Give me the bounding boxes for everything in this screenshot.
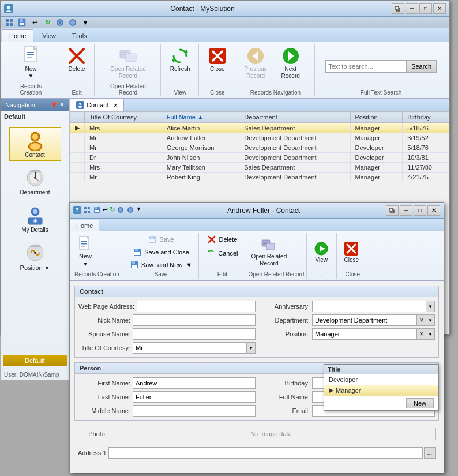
qat-forward-icon[interactable] [67,18,78,27]
sub-minimize-btn[interactable]: ─ [400,205,412,216]
col-fullname[interactable]: Full Name ▲ [162,112,239,123]
sub-ribbon-tab-home[interactable]: Home [70,220,99,231]
nick-name-input[interactable] [133,314,256,326]
web-page-row: Web Page Address: [78,301,256,312]
lastname-input[interactable] [133,391,256,403]
qat-icon1[interactable] [4,18,14,27]
anniversary-dropdown-btn[interactable]: ▼ [426,301,435,312]
svg-rect-25 [121,54,126,55]
col-position[interactable]: Position [350,112,403,123]
qat-refresh-icon[interactable]: ↻ [42,18,52,27]
close-button[interactable]: Close [205,44,230,75]
table-row[interactable]: ▶ Mrs Alice Martin Sales Department Mana… [70,123,449,133]
dropdown-item-manager[interactable]: ▶ Manager [324,385,438,396]
search-button[interactable]: Search [406,60,437,73]
nav-item-position[interactable]: Position ▼ [9,239,61,274]
sub-save-close-button[interactable]: Save and Close [129,246,193,258]
search-input[interactable] [325,60,406,73]
sub-delete-button[interactable]: Delete [203,233,241,246]
open-related-button[interactable]: Open RelatedRecord [107,44,149,82]
nav-item-contact[interactable]: Contact [9,127,61,161]
sub-cancel-button[interactable]: Cancel [202,247,242,260]
maximize-btn[interactable]: □ [419,3,432,14]
sub-group-open-related: Open RelatedRecord Open Related Record [246,233,307,279]
table-row[interactable]: Mr George Morrison Development Departmen… [70,143,449,153]
dropdown-new-button[interactable]: New [406,398,434,408]
nav-close-icon[interactable]: ✕ [59,101,65,108]
table-row[interactable]: Mr Andrew Fuller Development Department … [70,133,449,143]
col-title[interactable]: Title Of Courtesy [85,112,162,123]
close-label: Close [210,66,225,73]
sub-qat-save[interactable] [93,206,101,214]
department-x-btn[interactable]: ✕ [416,314,426,326]
sub-qat-icon3[interactable] [126,206,134,215]
open-related-label: Open Related Record [100,83,156,96]
department-input[interactable] [312,314,416,326]
spouse-name-input[interactable] [133,328,256,340]
row-fullname: John Nilsen [162,153,239,163]
sub-delete-icon [207,235,216,244]
new-button[interactable]: New▼ [18,44,44,82]
qat-save-icon[interactable] [17,18,27,27]
ribbon-tab-view[interactable]: View [35,29,63,42]
col-department[interactable]: Department [239,112,350,123]
contact-tab-close[interactable]: ✕ [113,102,118,108]
sub-maximize-btn[interactable]: □ [414,205,426,216]
table-row[interactable]: Mr Robert King Development Department Ma… [70,173,449,182]
delete-button[interactable]: Delete [64,44,89,75]
table-row[interactable]: Mrs Mary Tellitson Sales Department Mana… [70,163,449,173]
qat-back-icon[interactable] [55,18,65,27]
grid-tab-contact[interactable]: Contact ✕ [70,99,124,111]
sub-open-related-button[interactable]: Open RelatedRecord [249,235,290,269]
row-title: Mr [85,133,162,143]
ribbon-tab-home[interactable]: Home [2,29,33,42]
sub-save-new-button[interactable]: Save and New ▼ [126,258,196,271]
sub-qat-icon1[interactable] [83,206,91,214]
qat-undo-icon[interactable]: ↩ [29,18,40,27]
ribbon-tab-tools[interactable]: Tools [65,29,95,42]
sub-close-btn[interactable]: ✕ [427,205,440,216]
sub-save-button[interactable]: Save [144,233,178,246]
main-title-bar: Contact - MySolution ─ □ ✕ [1,1,449,17]
title-bar-left [4,4,13,13]
position-dropdown-btn[interactable]: ▼ [426,328,435,340]
dropdown-item-developer[interactable]: Developer [324,374,438,385]
sub-restore-btn[interactable] [386,205,399,216]
department-dropdown-btn[interactable]: ▼ [426,314,435,326]
nav-item-department[interactable]: Department [9,164,61,198]
anniversary-input[interactable] [312,301,426,312]
position-input[interactable] [312,328,416,340]
sub-view-button[interactable]: View [310,239,332,265]
web-page-input[interactable] [137,301,256,312]
middlename-input[interactable] [133,405,256,417]
address1-input[interactable] [108,447,423,459]
sub-qat-icon2[interactable] [117,206,125,215]
position-x-btn[interactable]: ✕ [416,328,426,340]
col-birthday[interactable]: Birthday [403,112,449,123]
title-courtesy-dropdown-btn[interactable]: ▼ [246,342,256,354]
address1-more-btn[interactable]: … [424,447,436,459]
sub-qat-refresh[interactable]: ↻ [110,206,115,215]
next-record-button[interactable]: Next Record [271,44,310,82]
title-courtesy-input[interactable] [133,342,246,354]
close-btn[interactable]: ✕ [433,3,446,14]
contact-right-col: Anniversary: ▼ Department: ✕ ▼ [258,301,435,354]
qat-dropdown-icon[interactable]: ▼ [80,18,91,27]
nav-footer[interactable]: Default [3,355,67,366]
sub-new-button[interactable]: New▼ [74,235,96,269]
table-row[interactable]: Dr John Nilsen Development Department De… [70,153,449,163]
sub-qat-undo[interactable]: ↩ [103,206,108,215]
row-department: Development Department [239,173,350,182]
firstname-input[interactable] [133,377,256,389]
refresh-button[interactable]: Refresh [167,44,194,75]
sub-qat-dropdown[interactable]: ▼ [136,206,141,215]
restore-down-btn[interactable] [392,3,404,14]
minimize-btn[interactable]: ─ [406,3,418,14]
prev-record-button[interactable]: PreviousRecord [241,44,270,82]
nav-pin-icon[interactable]: 📌 [50,101,58,108]
mydetails-nav-label: My Details [21,227,48,233]
nav-item-mydetails[interactable]: i My Details [9,202,61,236]
sub-close-button[interactable]: Close [340,239,362,265]
sub-ribbon-tabs: Home [70,219,444,231]
svg-point-51 [79,103,81,105]
